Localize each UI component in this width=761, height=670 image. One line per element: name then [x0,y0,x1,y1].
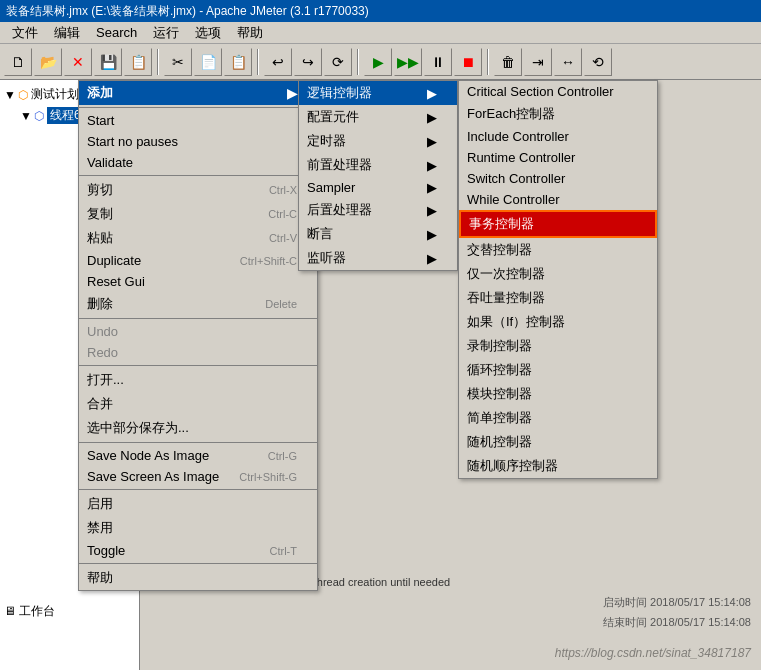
ctx-add[interactable]: 添加 ▶ [79,81,317,105]
ctx-listener[interactable]: 监听器 ▶ [299,246,457,270]
context-menu-1: 添加 ▶ Start Start no pauses Validate 剪切 C… [78,80,318,591]
toolbar-separator-3 [357,49,359,75]
copy-button[interactable]: 📄 [194,48,222,76]
ctx-timer-arrow: ▶ [427,134,437,149]
ctx-assertion-arrow: ▶ [427,227,437,242]
pause-button[interactable]: ⏸ [424,48,452,76]
ctx-loop[interactable]: 循环控制器 [459,358,657,382]
workbench-label: 🖥 工作台 [4,603,55,620]
ctx-start[interactable]: Start [79,110,317,131]
ctx-sep-3 [79,318,317,319]
stop-button[interactable]: ⏹ [454,48,482,76]
ctx-save-part[interactable]: 选中部分保存为... [79,416,317,440]
watermark: https://blog.csdn.net/sinat_34817187 [555,646,751,660]
ctx-random[interactable]: 随机控制器 [459,430,657,454]
ctx-sampler[interactable]: Sampler ▶ [299,177,457,198]
ctx-timer[interactable]: 定时器 ▶ [299,129,457,153]
ctx-sep-5 [79,442,317,443]
end-time-value: 2018/05/17 15:14:08 [650,616,751,628]
ctx-sep-6 [79,489,317,490]
end-time-label: 结束时间 [603,616,647,628]
ctx-include[interactable]: Include Controller [459,126,657,147]
menu-search[interactable]: Search [88,23,145,42]
ctx-start-no-pauses[interactable]: Start no pauses [79,131,317,152]
ctx-reset-gui[interactable]: Reset Gui [79,271,317,292]
ctx-save-node[interactable]: Save Node As Image Ctrl-G [79,445,317,466]
ctx-interleave[interactable]: 交替控制器 [459,238,657,262]
menu-edit[interactable]: 编辑 [46,22,88,44]
ctx-save-screen[interactable]: Save Screen As Image Ctrl+Shift-G [79,466,317,487]
ctx-pre-proc-arrow: ▶ [427,158,437,173]
tree-root-label[interactable]: 测试计划 [31,86,79,103]
ctx-runtime[interactable]: Runtime Controller [459,147,657,168]
ctx-random-order[interactable]: 随机顺序控制器 [459,454,657,478]
ctx-transaction[interactable]: 事务控制器 [459,210,657,238]
start-time-row: 启动时间 2018/05/17 15:14:08 [603,595,751,610]
ctx-sep-7 [79,563,317,564]
ctx-delete[interactable]: 删除 Delete [79,292,317,316]
save-button[interactable]: 💾 [94,48,122,76]
remote2-button[interactable]: ↔ [554,48,582,76]
title-text: 装备结果树.jmx (E:\装备结果树.jmx) - Apache JMeter… [6,3,369,20]
menu-bar: 文件 编辑 Search 运行 选项 帮助 [0,22,761,44]
paste-button[interactable]: 📋 [224,48,252,76]
ctx-help[interactable]: 帮助 [79,566,317,590]
start-time-label: 启动时间 [603,596,647,608]
ctx-while[interactable]: While Controller [459,189,657,210]
ctx-toggle[interactable]: Toggle Ctrl-T [79,540,317,561]
ctx-pre-proc[interactable]: 前置处理器 ▶ [299,153,457,177]
tree-expand-icon[interactable]: ▼ [4,88,16,102]
ctx-sep-1 [79,107,317,108]
ctx-cut[interactable]: 剪切 Ctrl-X [79,178,317,202]
play-button[interactable]: ▶ [364,48,392,76]
menu-file[interactable]: 文件 [4,22,46,44]
ctx-throughput[interactable]: 吞吐量控制器 [459,286,657,310]
menu-help[interactable]: 帮助 [229,22,271,44]
toolbar: 🗋 📂 ✕ 💾 📋 ✂ 📄 📋 ↩ ↪ ⟳ ▶ ▶▶ ⏸ ⏹ 🗑 ⇥ ↔ ⟲ [0,44,761,80]
title-bar: 装备结果树.jmx (E:\装备结果树.jmx) - Apache JMeter… [0,0,761,22]
remote-button[interactable]: ⇥ [524,48,552,76]
clear-button[interactable]: 🗑 [494,48,522,76]
ctx-if[interactable]: 如果（If）控制器 [459,310,657,334]
ctx-logic-ctrl[interactable]: 逻辑控制器 ▶ [299,81,457,105]
cut-button[interactable]: ✂ [164,48,192,76]
ctx-logic-arrow: ▶ [427,86,437,101]
ctx-simple[interactable]: 简单控制器 [459,406,657,430]
open-button[interactable]: 📂 [34,48,62,76]
ctx-validate[interactable]: Validate [79,152,317,173]
menu-run[interactable]: 运行 [145,22,187,44]
ctx-assertion[interactable]: 断言 ▶ [299,222,457,246]
ctx-sampler-arrow: ▶ [427,180,437,195]
ctx-once-only[interactable]: 仅一次控制器 [459,262,657,286]
ctx-redo: Redo [79,342,317,363]
collapse-button[interactable]: ↪ [294,48,322,76]
ctx-enable[interactable]: 启用 [79,492,317,516]
ctx-recording[interactable]: 录制控制器 [459,334,657,358]
ctx-paste[interactable]: 粘贴 Ctrl-V [79,226,317,250]
toolbar-separator-4 [487,49,489,75]
ctx-duplicate[interactable]: Duplicate Ctrl+Shift-C [79,250,317,271]
ctx-post-proc[interactable]: 后置处理器 ▶ [299,198,457,222]
close-button[interactable]: ✕ [64,48,92,76]
play2-button[interactable]: ▶▶ [394,48,422,76]
ctx-module[interactable]: 模块控制器 [459,382,657,406]
thread-node-icon: ⬡ [34,109,44,123]
remote3-button[interactable]: ⟲ [584,48,612,76]
menu-options[interactable]: 选项 [187,22,229,44]
ctx-undo: Undo [79,321,317,342]
rotate-button[interactable]: ⟳ [324,48,352,76]
context-menu-2: 逻辑控制器 ▶ 配置元件 ▶ 定时器 ▶ 前置处理器 ▶ Sampler ▶ 后… [298,80,458,271]
tree-node-expand-icon[interactable]: ▼ [20,109,32,123]
ctx-open[interactable]: 打开... [79,368,317,392]
context-menu-3: Critical Section Controller ForEach控制器 I… [458,80,658,479]
saveas-button[interactable]: 📋 [124,48,152,76]
ctx-switch[interactable]: Switch Controller [459,168,657,189]
ctx-disable[interactable]: 禁用 [79,516,317,540]
ctx-copy[interactable]: 复制 Ctrl-C [79,202,317,226]
new-button[interactable]: 🗋 [4,48,32,76]
ctx-foreach[interactable]: ForEach控制器 [459,102,657,126]
expand-button[interactable]: ↩ [264,48,292,76]
ctx-merge[interactable]: 合并 [79,392,317,416]
ctx-critical-section[interactable]: Critical Section Controller [459,81,657,102]
ctx-config[interactable]: 配置元件 ▶ [299,105,457,129]
